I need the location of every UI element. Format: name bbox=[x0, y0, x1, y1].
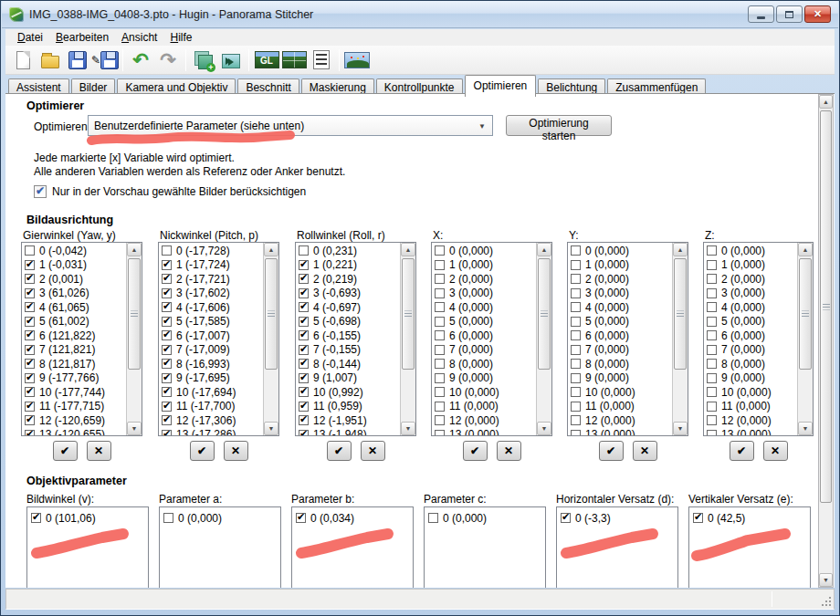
scroll-up-icon[interactable] bbox=[673, 243, 688, 256]
variable-checkbox[interactable] bbox=[435, 430, 445, 436]
scrollbar-thumb[interactable] bbox=[820, 110, 832, 503]
variable-row[interactable]: 13 (0,000) bbox=[571, 428, 671, 437]
variable-checkbox[interactable] bbox=[571, 317, 581, 327]
variable-checkbox[interactable] bbox=[299, 402, 309, 412]
variable-row[interactable]: 12 (-1,951) bbox=[299, 413, 399, 428]
variable-row[interactable]: 9 (0,000) bbox=[707, 371, 796, 386]
scroll-down-icon[interactable] bbox=[798, 422, 813, 435]
variable-row[interactable]: 7 (121,821) bbox=[25, 343, 125, 358]
variable-row[interactable]: 11 (-177,715) bbox=[25, 400, 125, 414]
select-all-button[interactable]: ✔ bbox=[190, 441, 215, 461]
variable-list[interactable]: 0 (0,000)1 (0,000)2 (0,000)3 (0,000)4 (0… bbox=[567, 242, 688, 436]
lens-variable-row[interactable]: 0 (0,000) bbox=[163, 511, 280, 526]
scroll-up-icon[interactable] bbox=[401, 243, 415, 256]
variable-row[interactable]: 7 (-0,155) bbox=[299, 343, 399, 358]
variable-row[interactable]: 6 (0,000) bbox=[435, 329, 535, 343]
variable-checkbox[interactable] bbox=[299, 260, 309, 270]
variable-row[interactable]: 10 (0,000) bbox=[707, 385, 796, 400]
lens-param-list[interactable]: 0 (101,06) bbox=[26, 506, 149, 588]
variable-checkbox[interactable] bbox=[299, 359, 309, 369]
variable-list[interactable]: 0 (-17,728)1 (-17,724)2 (-17,721)3 (-17,… bbox=[158, 242, 279, 436]
variable-row[interactable]: 1 (0,000) bbox=[707, 258, 796, 273]
variable-row[interactable]: 6 (121,822) bbox=[25, 329, 125, 343]
variable-checkbox[interactable] bbox=[571, 288, 581, 298]
scrollbar-thumb[interactable] bbox=[265, 258, 278, 370]
variable-row[interactable]: 13 (-17,286) bbox=[162, 428, 262, 437]
variable-row[interactable]: 7 (0,000) bbox=[707, 343, 796, 358]
variable-row[interactable]: 5 (-0,698) bbox=[299, 315, 399, 329]
gl-preview-button[interactable]: GL bbox=[253, 47, 280, 73]
variable-row[interactable]: 8 (0,000) bbox=[435, 357, 535, 371]
variable-row[interactable]: 10 (0,000) bbox=[571, 385, 671, 400]
variable-row[interactable]: 10 (0,992) bbox=[299, 385, 399, 400]
variable-row[interactable]: 0 (0,000) bbox=[571, 244, 671, 258]
add-time-series-button[interactable] bbox=[217, 47, 245, 73]
redo-button[interactable]: ↷ bbox=[154, 47, 182, 73]
variable-row[interactable]: 12 (0,000) bbox=[571, 413, 671, 428]
variable-checkbox[interactable] bbox=[707, 387, 717, 397]
variable-checkbox[interactable] bbox=[571, 345, 581, 355]
variable-row[interactable]: 11 (0,000) bbox=[707, 400, 796, 414]
variable-checkbox[interactable] bbox=[299, 415, 309, 425]
select-all-button[interactable]: ✔ bbox=[327, 441, 352, 461]
scrollbar-thumb[interactable] bbox=[402, 258, 415, 370]
variable-checkbox[interactable] bbox=[435, 345, 445, 355]
variable-checkbox[interactable] bbox=[25, 274, 35, 284]
variable-checkbox[interactable] bbox=[571, 430, 581, 436]
variable-row[interactable]: 0 (-0,042) bbox=[25, 244, 125, 258]
variable-row[interactable]: 11 (0,000) bbox=[571, 400, 671, 414]
variable-checkbox[interactable] bbox=[162, 373, 172, 383]
variable-checkbox[interactable] bbox=[435, 415, 445, 425]
variable-row[interactable]: 1 (-17,724) bbox=[162, 258, 262, 273]
lens-variable-row[interactable]: 0 (0,000) bbox=[428, 511, 545, 526]
variable-row[interactable]: 10 (0,000) bbox=[435, 385, 535, 400]
variable-row[interactable]: 9 (1,007) bbox=[299, 371, 399, 386]
variable-row[interactable]: 3 (0,000) bbox=[435, 287, 535, 301]
variable-checkbox[interactable] bbox=[299, 288, 309, 298]
variable-checkbox[interactable] bbox=[571, 260, 581, 270]
variable-checkbox[interactable] bbox=[162, 430, 172, 436]
variable-checkbox[interactable] bbox=[435, 359, 445, 369]
variable-checkbox[interactable] bbox=[25, 402, 35, 412]
variable-checkbox[interactable] bbox=[25, 317, 35, 327]
variable-checkbox[interactable] bbox=[162, 260, 172, 270]
new-project-button[interactable] bbox=[9, 47, 37, 73]
variable-checkbox[interactable] bbox=[561, 513, 571, 523]
variable-checkbox[interactable] bbox=[435, 330, 445, 340]
lens-param-list[interactable]: 0 (0,000) bbox=[424, 506, 546, 588]
scroll-up-icon[interactable] bbox=[798, 243, 813, 256]
variable-row[interactable]: 13 (0,000) bbox=[707, 428, 796, 437]
variable-row[interactable]: 6 (0,000) bbox=[707, 329, 796, 343]
preview-only-checkbox-row[interactable]: Nur in der Vorschau gewählte Bilder berü… bbox=[34, 185, 306, 198]
variable-row[interactable]: 6 (0,000) bbox=[571, 329, 671, 343]
scroll-up-icon[interactable] bbox=[819, 95, 833, 109]
variable-row[interactable]: 5 (61,002) bbox=[25, 315, 125, 329]
variable-checkbox[interactable] bbox=[162, 330, 172, 340]
variable-checkbox[interactable] bbox=[435, 288, 445, 298]
variable-checkbox[interactable] bbox=[162, 415, 172, 425]
variable-checkbox[interactable] bbox=[162, 402, 172, 412]
tab-optimieren[interactable]: Optimieren bbox=[465, 75, 537, 97]
undo-button[interactable]: ↶ bbox=[127, 47, 154, 73]
save-project-as-button[interactable]: ✎ bbox=[91, 47, 119, 73]
variable-checkbox[interactable] bbox=[25, 260, 35, 270]
variable-checkbox[interactable] bbox=[707, 317, 717, 327]
variable-checkbox[interactable] bbox=[25, 415, 35, 425]
variable-checkbox[interactable] bbox=[296, 513, 306, 523]
variable-checkbox[interactable] bbox=[299, 245, 309, 256]
variable-row[interactable]: 9 (0,000) bbox=[571, 371, 671, 386]
lens-param-list[interactable]: 0 (0,000) bbox=[159, 506, 281, 588]
variable-checkbox[interactable] bbox=[31, 513, 41, 523]
resize-grip[interactable] bbox=[820, 595, 831, 606]
variable-row[interactable]: 3 (0,000) bbox=[707, 287, 796, 301]
scroll-up-icon[interactable] bbox=[537, 243, 551, 256]
variable-row[interactable]: 2 (0,000) bbox=[435, 272, 535, 287]
maximize-button[interactable] bbox=[776, 5, 803, 23]
variable-checkbox[interactable] bbox=[299, 373, 309, 383]
variable-row[interactable]: 11 (0,000) bbox=[435, 400, 535, 414]
variable-row[interactable]: 1 (-0,031) bbox=[25, 258, 125, 273]
variable-checkbox[interactable] bbox=[25, 359, 35, 369]
variable-row[interactable]: 11 (-17,700) bbox=[162, 400, 262, 414]
variable-checkbox[interactable] bbox=[435, 245, 445, 256]
variable-row[interactable]: 11 (0,959) bbox=[299, 400, 399, 414]
